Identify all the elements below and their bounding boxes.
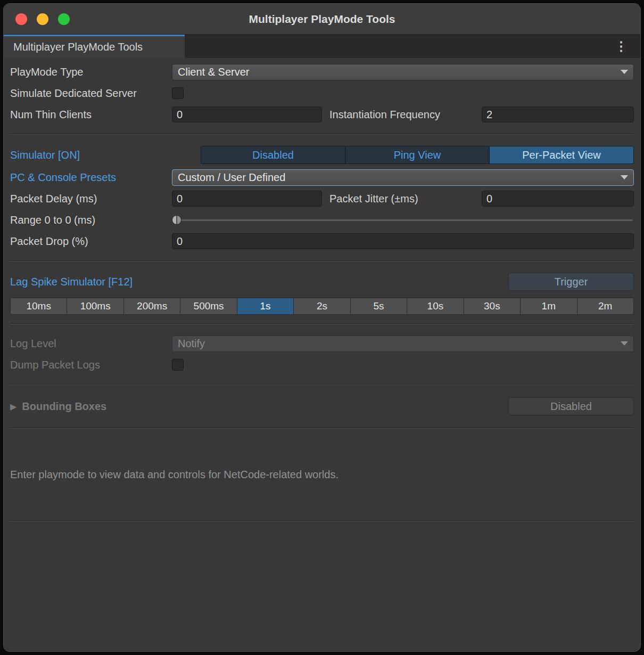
packet-jitter-label: Packet Jitter (±ms): [322, 193, 482, 205]
range-label: Range 0 to 0 (ms): [10, 214, 172, 226]
log-level-label: Log Level: [10, 338, 172, 350]
playmode-type-row: PlayMode Type Client & Server: [10, 61, 634, 83]
packet-delay-label: Packet Delay (ms): [10, 193, 172, 205]
section-divider: [10, 384, 634, 385]
help-section: Enter playmode to view data and controls…: [10, 437, 634, 512]
window-title: Multiplayer PlayMode Tools: [249, 13, 395, 26]
duration-2m-button[interactable]: 2m: [577, 298, 634, 315]
presets-label: PC & Console Presets: [10, 171, 172, 184]
section-divider: [10, 428, 634, 429]
simulator-mode-ping-view[interactable]: Ping View: [345, 146, 490, 164]
presets-value: Custom / User Defined: [178, 171, 285, 184]
maximize-button[interactable]: [58, 13, 70, 25]
lag-spike-heading: Lag Spike Simulator [F12]: [10, 276, 133, 288]
duration-2s-button[interactable]: 2s: [293, 298, 350, 315]
tab-label: Multiplayer PlayMode Tools: [13, 41, 143, 53]
lag-spike-durations: 10ms 100ms 200ms 500ms 1s 2s 5s 10s 30s …: [10, 298, 634, 315]
duration-500ms-button[interactable]: 500ms: [180, 298, 237, 315]
bounding-boxes-state-button[interactable]: Disabled: [508, 397, 634, 415]
range-row: Range 0 to 0 (ms): [10, 209, 634, 231]
simulate-dedicated-server-label: Simulate Dedicated Server: [10, 87, 172, 100]
presets-row: PC & Console Presets Custom / User Defin…: [10, 167, 634, 188]
num-thin-clients-input[interactable]: [172, 107, 322, 122]
trigger-button[interactable]: Trigger: [508, 273, 634, 291]
bounding-boxes-row: ▶ Bounding Boxes Disabled: [10, 394, 634, 419]
duration-1s-button[interactable]: 1s: [237, 298, 294, 315]
section-divider: [10, 323, 634, 324]
duration-1m-button[interactable]: 1m: [520, 298, 577, 315]
simulate-dedicated-server-checkbox[interactable]: [172, 87, 184, 99]
playmode-type-label: PlayMode Type: [10, 66, 172, 78]
chevron-down-icon: [621, 175, 628, 179]
content-area: PlayMode Type Client & Server Simulate D…: [4, 58, 640, 521]
log-level-row: Log Level Notify: [10, 333, 634, 354]
thin-clients-row: Num Thin Clients Instantiation Frequency: [10, 104, 634, 125]
duration-10s-button[interactable]: 10s: [407, 298, 464, 315]
packet-delay-input[interactable]: [172, 191, 322, 207]
bounding-boxes-foldout[interactable]: ▶ Bounding Boxes: [10, 400, 106, 413]
more-menu-icon[interactable]: ⋮: [602, 40, 640, 53]
duration-5s-button[interactable]: 5s: [350, 298, 407, 315]
duration-100ms-button[interactable]: 100ms: [67, 298, 123, 315]
section-divider: [10, 520, 634, 521]
dump-packet-logs-label: Dump Packet Logs: [10, 359, 172, 371]
packet-delay-row: Packet Delay (ms) Packet Jitter (±ms): [10, 188, 634, 209]
window-controls: [15, 13, 70, 25]
section-divider: [10, 134, 634, 135]
presets-dropdown[interactable]: Custom / User Defined: [172, 169, 634, 186]
section-divider: [10, 260, 634, 261]
duration-200ms-button[interactable]: 200ms: [123, 298, 180, 315]
simulator-mode-per-packet-view[interactable]: Per-Packet View: [489, 146, 634, 164]
simulator-mode-disabled[interactable]: Disabled: [201, 146, 345, 164]
title-bar: Multiplayer PlayMode Tools: [4, 4, 640, 35]
instantiation-frequency-label: Instantiation Frequency: [322, 109, 482, 121]
instantiation-frequency-input[interactable]: [482, 107, 634, 122]
duration-10ms-button[interactable]: 10ms: [10, 298, 67, 315]
slider-track[interactable]: [174, 219, 633, 221]
help-text: Enter playmode to view data and controls…: [10, 469, 338, 481]
simulator-mode-segments: Disabled Ping View Per-Packet View: [201, 146, 634, 164]
num-thin-clients-label: Num Thin Clients: [10, 109, 172, 121]
log-level-value: Notify: [178, 338, 205, 350]
minimize-button[interactable]: [37, 13, 48, 25]
slider-thumb[interactable]: [172, 215, 181, 225]
foldout-arrow-icon: ▶: [10, 402, 16, 412]
simulator-mode-row: Simulator [ON] Disabled Ping View Per-Pa…: [10, 143, 634, 167]
chevron-down-icon: [621, 70, 628, 74]
simulate-dedicated-server-row: Simulate Dedicated Server: [10, 83, 634, 104]
close-button[interactable]: [15, 13, 27, 25]
playmode-type-value: Client & Server: [178, 66, 250, 78]
dump-packet-logs-checkbox[interactable]: [172, 359, 184, 371]
bounding-boxes-label: Bounding Boxes: [22, 400, 106, 413]
log-level-dropdown[interactable]: Notify: [172, 335, 634, 352]
packet-drop-label: Packet Drop (%): [10, 235, 172, 248]
playmode-type-dropdown[interactable]: Client & Server: [172, 64, 634, 80]
simulator-heading: Simulator [ON]: [10, 149, 201, 161]
duration-30s-button[interactable]: 30s: [464, 298, 521, 315]
tab-multiplayer-playmode-tools[interactable]: Multiplayer PlayMode Tools: [4, 35, 185, 58]
range-slider[interactable]: [172, 214, 634, 226]
tab-bar: Multiplayer PlayMode Tools ⋮: [4, 35, 640, 58]
multiplayer-playmode-tools-window: Multiplayer PlayMode Tools Multiplayer P…: [3, 3, 641, 652]
packet-drop-row: Packet Drop (%): [10, 231, 634, 252]
dump-packet-logs-row: Dump Packet Logs: [10, 354, 634, 375]
packet-drop-input[interactable]: [172, 233, 634, 249]
packet-jitter-input[interactable]: [482, 191, 634, 207]
lag-spike-header: Lag Spike Simulator [F12] Trigger: [10, 270, 634, 293]
chevron-down-icon: [621, 341, 628, 346]
